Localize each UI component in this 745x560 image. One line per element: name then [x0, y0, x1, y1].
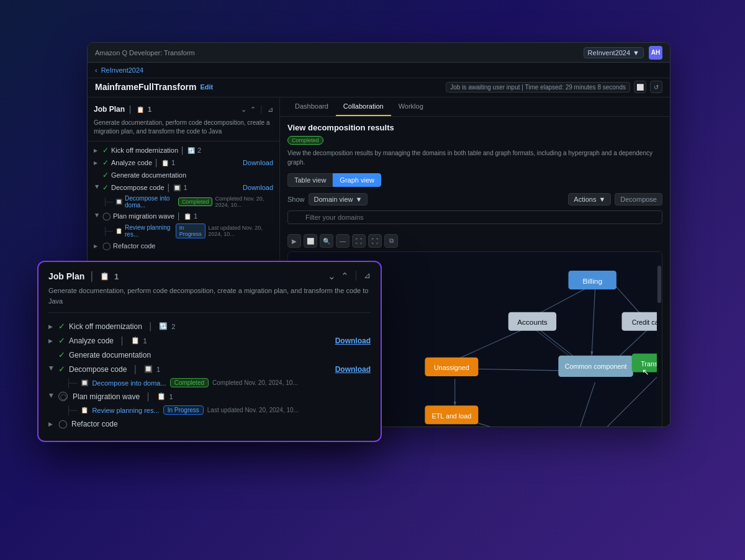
fp-circle-icon: ◯	[58, 392, 68, 401]
expand-icon[interactable]: ▶	[94, 148, 100, 153]
status-badge: In Progress	[176, 224, 205, 238]
tab-collaboration[interactable]: Collaboration	[336, 97, 391, 116]
fp-expand-icon[interactable]: ▶	[48, 323, 55, 330]
chevron-down-icon: ▼	[356, 196, 363, 203]
svg-line-3	[592, 289, 595, 356]
task-label: Generate documentation	[111, 171, 186, 179]
svg-text:Unassigned: Unassigned	[434, 364, 469, 371]
graph-view-tab[interactable]: Graph view	[333, 173, 381, 187]
tab-dashboard[interactable]: Dashboard	[287, 97, 336, 116]
stop-button[interactable]: ⬜	[634, 81, 646, 93]
fp-sub-task-item: ├─ 🔲 Decompose into doma... Completed Co…	[48, 376, 371, 389]
status-badge: Completed	[178, 197, 213, 206]
expand-tool[interactable]: ⛶	[368, 234, 382, 248]
fp-check-icon: ✓	[58, 322, 65, 331]
edit-link[interactable]: Edit	[200, 83, 213, 91]
svg-line-4	[538, 329, 579, 361]
expand-icon[interactable]: ▶	[94, 160, 100, 166]
fp-sub-task-meta: Completed Nov. 20, 2024, 10...	[212, 379, 298, 386]
fp-expand-icon[interactable]: ⌃	[341, 271, 349, 282]
filter-input[interactable]	[287, 210, 662, 224]
status-text: Job is awaiting user input | Time elapse…	[446, 82, 630, 93]
fp-task-item: ▶ ✓ Kick off modernization │ 🔃 2	[48, 319, 371, 333]
svg-text:ETL and load: ETL and load	[432, 412, 472, 420]
table-view-tab[interactable]: Table view	[287, 173, 333, 187]
svg-line-1	[535, 286, 592, 315]
decompose-button[interactable]: Decompose	[615, 193, 662, 205]
task-label: Analyze code	[111, 159, 152, 166]
sub-task-meta: Completed Nov. 20, 2024, 10...	[215, 196, 273, 208]
select-tool[interactable]: ⬜	[304, 234, 317, 248]
fp-filter-icon[interactable]: ⊿	[364, 271, 371, 282]
fp-expand-icon[interactable]: ▶	[48, 366, 55, 373]
decomp-title: View decomposition results	[287, 123, 662, 132]
workspace-dropdown[interactable]: ReInvent2024 ▼	[584, 47, 644, 58]
tab-worklog[interactable]: Worklog	[391, 97, 431, 116]
check-icon: ✓	[102, 158, 109, 167]
fp-status-badge: Completed	[170, 378, 209, 387]
decomp-status-badge: Completed	[287, 136, 323, 145]
fp-expand-icon[interactable]: ▶	[48, 338, 55, 344]
fp-doc-icon: 📋	[100, 272, 109, 281]
fp-sub-task-text[interactable]: Decompose into doma...	[92, 379, 166, 387]
zoom-in-tool[interactable]: 🔍	[320, 234, 333, 248]
fp-job-title: Job Plan │ 📋 1	[48, 271, 119, 281]
chevron-down-icon: ▼	[633, 49, 639, 56]
fp-sub-task-item: ├─ 📋 Review planning res... In Progress …	[48, 404, 371, 417]
fp-meta-icon: 🔲	[144, 365, 153, 373]
plan-doc-icon: 📋	[137, 106, 144, 113]
task-meta-icon: 🔃	[187, 147, 195, 154]
expand-icon[interactable]: ▶	[94, 243, 100, 249]
sub-task-text[interactable]: Decompose into doma...	[125, 195, 176, 209]
sub-task-text[interactable]: Review planning res...	[125, 224, 173, 238]
expand-icon[interactable]: ▶	[94, 213, 100, 219]
fp-collapse-icon[interactable]: ⌄	[328, 271, 336, 282]
fp-expand-icon[interactable]: ▶	[48, 421, 55, 427]
window-controls: ReInvent2024 ▼ AH	[584, 46, 662, 60]
fp-expand-icon[interactable]: ▶	[48, 394, 55, 400]
job-plan-title: Job Plan │ 📋 1	[94, 105, 151, 114]
plan-icons: ⌄ ⌃ │ ⊿	[241, 106, 273, 114]
fp-download-decompose[interactable]: Download	[335, 365, 371, 374]
task-item: ▶ ✓ Generate documentation	[88, 169, 279, 181]
settings-button[interactable]: ↺	[650, 81, 662, 93]
collapse-icon[interactable]: ⌄	[241, 106, 246, 114]
fp-task-label: Generate documentation	[69, 351, 151, 359]
download-link[interactable]: Download	[243, 159, 273, 166]
fp-sub-task-text[interactable]: Review planning res...	[92, 407, 159, 414]
sub-task-item: ├─ 📋 Review planning res... In Progress …	[88, 222, 279, 240]
fp-task-item: ▶ ✓ Generate documentation	[48, 348, 371, 362]
fp-sub-icon: 📋	[81, 407, 88, 413]
domain-view-dropdown[interactable]: Domain view ▼	[309, 193, 368, 205]
task-label: Decompose code	[111, 184, 165, 191]
status-bar-right: Job is awaiting user input | Time elapse…	[446, 81, 662, 93]
show-label: Show	[287, 196, 305, 203]
fp-check-icon: ✓	[58, 350, 65, 359]
fp-circle-icon: ◯	[58, 419, 68, 428]
window-title: Amazon Q Developer: Transform	[95, 49, 195, 56]
copy-tool[interactable]: ⧉	[384, 234, 398, 248]
task-item: ▶ ✓ Kick off modernization │ 🔃 2	[88, 144, 279, 156]
fp-status-badge: In Progress	[163, 405, 204, 415]
expand-icon[interactable]: ▶	[94, 184, 100, 191]
task-item: ▶ ✓ Decompose code │ 🔲 1 Download	[88, 181, 279, 194]
play-tool[interactable]: ▶	[287, 234, 301, 248]
job-plan-header: Job Plan │ 📋 1 ⌄ ⌃ │ ⊿	[88, 102, 279, 116]
fp-download-analyze[interactable]: Download	[335, 336, 371, 345]
zoom-out-tool[interactable]: —	[336, 234, 350, 248]
breadcrumb-parent[interactable]: ReInvent2024	[101, 66, 144, 74]
fp-task-label: Decompose code	[69, 365, 127, 374]
expand-icon[interactable]: ⌃	[250, 106, 256, 114]
download-link[interactable]: Download	[243, 184, 273, 191]
filter-icon[interactable]: ⊿	[268, 106, 273, 114]
graph-toolbar: ▶ ⬜ 🔍 — ⛶ ⛶ ⧉	[287, 234, 662, 248]
fit-tool[interactable]: ⛶	[352, 234, 366, 248]
vertical-scrollbar[interactable]	[657, 252, 662, 427]
task-meta-icon: 🔲	[173, 184, 181, 191]
page-title: MainframeFullTransform Edit	[95, 82, 213, 92]
svg-line-2	[615, 286, 642, 315]
floating-panel: Job Plan │ 📋 1 ⌄ ⌃ │ ⊿ Generate document…	[37, 261, 382, 442]
actions-button[interactable]: Actions ▼	[568, 193, 611, 205]
check-icon: ✓	[102, 146, 109, 155]
task-label: Plan migration wave	[113, 212, 174, 220]
